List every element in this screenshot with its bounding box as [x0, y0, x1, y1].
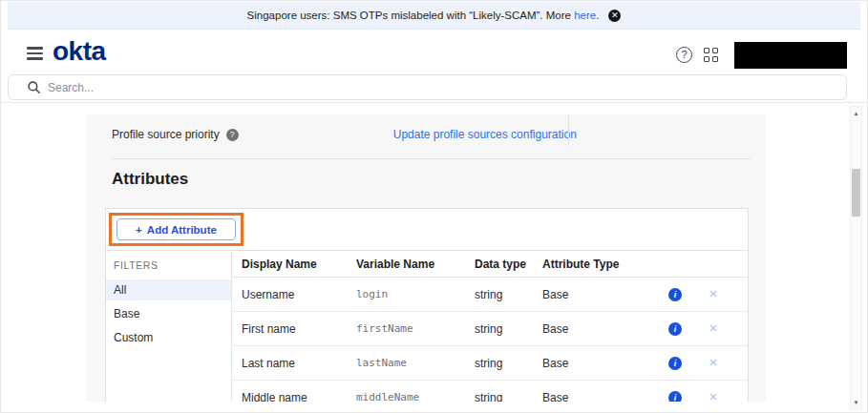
- attributes-card: + Add Attribute FILTERS AllBaseCustom Di…: [105, 208, 749, 402]
- filter-item-custom[interactable]: Custom: [106, 327, 231, 348]
- add-attribute-button[interactable]: + Add Attribute: [116, 218, 236, 240]
- info-icon[interactable]: i: [668, 288, 682, 301]
- header-divider: [0, 102, 868, 103]
- section-divider: [112, 158, 751, 159]
- scroll-down-icon[interactable]: ▼: [850, 397, 862, 408]
- display-name-cell: Middle name: [242, 391, 356, 403]
- table-header-row: Display Name Variable Name Data type Att…: [232, 252, 748, 278]
- card-body: FILTERS AllBaseCustom Display Name Varia…: [106, 252, 748, 402]
- banner-here-link[interactable]: here: [574, 10, 596, 21]
- search-input[interactable]: [48, 81, 846, 94]
- table-row: Last namelastNamestringBasei×: [232, 346, 748, 381]
- attribute-type-cell: Base: [542, 357, 656, 370]
- card-toolbar: + Add Attribute: [106, 209, 748, 251]
- apps-grid-icon[interactable]: [704, 48, 719, 63]
- column-header-display-name: Display Name: [242, 258, 356, 271]
- banner-close-icon[interactable]: ✕: [608, 10, 621, 22]
- account-redacted-box[interactable]: [734, 42, 847, 69]
- column-header-variable-name: Variable Name: [356, 258, 475, 271]
- profile-editor-panel: Profile source priority ? Update profile…: [86, 114, 766, 402]
- annotation-highlight-box: + Add Attribute: [109, 213, 243, 246]
- column-header-data-type: Data type: [475, 258, 542, 271]
- profile-source-label: Profile source priority: [112, 128, 220, 141]
- attribute-table-body: UsernameloginstringBasei×First namefirst…: [232, 278, 748, 402]
- global-search[interactable]: [8, 74, 847, 100]
- okta-admin-window: Singapore users: SMS OTPs mislabeled wit…: [0, 0, 868, 413]
- info-question-icon[interactable]: ?: [226, 129, 239, 141]
- notification-banner: Singapore users: SMS OTPs mislabeled wit…: [8, 2, 860, 30]
- filter-list: AllBaseCustom: [106, 279, 231, 348]
- scroll-up-icon[interactable]: ▲: [850, 108, 862, 119]
- info-icon[interactable]: i: [668, 357, 682, 370]
- attribute-type-cell: Base: [542, 391, 656, 403]
- data-type-cell: string: [475, 357, 542, 370]
- attribute-table: Display Name Variable Name Data type Att…: [232, 252, 748, 402]
- variable-name-cell: firstName: [356, 322, 475, 335]
- data-type-cell: string: [475, 391, 542, 403]
- table-row: First namefirstNamestringBasei×: [232, 312, 748, 346]
- profile-source-row: Profile source priority ? Update profile…: [112, 120, 577, 149]
- display-name-cell: Last name: [242, 357, 356, 370]
- search-icon: [28, 81, 40, 93]
- variable-name-cell: lastName: [356, 357, 475, 369]
- vertical-scrollbar[interactable]: ▲ ▼: [850, 106, 862, 410]
- scrollbar-thumb[interactable]: [852, 169, 860, 217]
- attribute-type-cell: Base: [542, 322, 656, 336]
- remove-icon[interactable]: ×: [709, 388, 718, 402]
- filters-label: FILTERS: [106, 259, 231, 271]
- banner-text-after: .: [596, 10, 599, 21]
- table-row: Middle namemiddleNamestringBasei×: [232, 381, 748, 402]
- banner-text-before: Singapore users: SMS OTPs mislabeled wit…: [247, 10, 575, 21]
- column-header-attribute-type: Attribute Type: [542, 258, 656, 271]
- attributes-title: Attributes: [112, 170, 188, 189]
- display-name-cell: Username: [242, 288, 356, 301]
- menu-icon[interactable]: [27, 47, 43, 63]
- vertical-divider: [568, 114, 569, 146]
- info-icon[interactable]: i: [668, 391, 682, 402]
- banner-text: Singapore users: SMS OTPs mislabeled wit…: [247, 10, 600, 21]
- attribute-type-cell: Base: [542, 288, 656, 301]
- variable-name-cell: middleName: [356, 391, 475, 402]
- table-row: UsernameloginstringBasei×: [232, 278, 748, 312]
- filter-item-all[interactable]: All: [106, 279, 231, 300]
- data-type-cell: string: [475, 322, 542, 336]
- remove-icon[interactable]: ×: [709, 354, 718, 370]
- filters-sidebar: FILTERS AllBaseCustom: [106, 252, 232, 402]
- help-icon[interactable]: ?: [676, 47, 692, 63]
- filter-item-base[interactable]: Base: [106, 303, 231, 324]
- okta-logo[interactable]: okta: [53, 36, 106, 67]
- variable-name-cell: login: [356, 288, 475, 300]
- remove-icon[interactable]: ×: [709, 320, 718, 336]
- update-profile-sources-link[interactable]: Update profile sources configuration: [393, 128, 577, 141]
- plus-icon: +: [136, 224, 142, 236]
- data-type-cell: string: [475, 288, 542, 301]
- display-name-cell: First name: [242, 322, 356, 336]
- add-attribute-label: Add Attribute: [147, 224, 217, 236]
- remove-icon[interactable]: ×: [709, 285, 718, 301]
- info-icon[interactable]: i: [668, 322, 682, 336]
